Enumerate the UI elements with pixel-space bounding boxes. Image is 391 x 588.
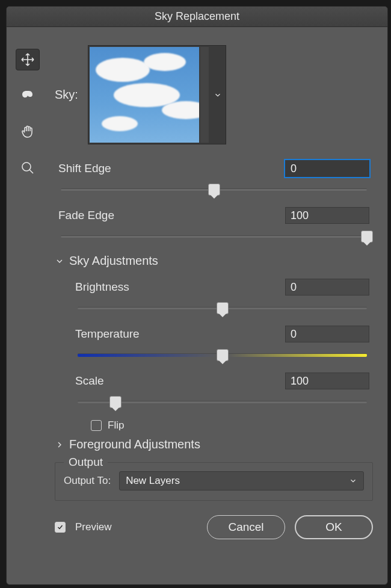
- chevron-down-icon[interactable]: [210, 46, 226, 144]
- titlebar[interactable]: Sky Replacement: [7, 7, 387, 27]
- scale-label: Scale: [75, 374, 104, 388]
- brightness-input[interactable]: [285, 279, 369, 296]
- temperature-label: Temperature: [75, 327, 140, 341]
- output-to-label: Output To:: [64, 475, 111, 487]
- sky-adjustments-label: Sky Adjustments: [69, 254, 158, 268]
- sky-label: Sky:: [55, 88, 78, 102]
- flip-checkbox[interactable]: [91, 420, 102, 431]
- temperature-slider[interactable]: [78, 348, 367, 362]
- flip-label: Flip: [108, 419, 124, 432]
- foreground-adjustments-label: Foreground Adjustments: [69, 438, 200, 451]
- fade-edge-label: Fade Edge: [58, 209, 114, 222]
- hand-tool[interactable]: [16, 121, 40, 143]
- sky-replacement-dialog: Sky Replacement Sky:: [6, 6, 388, 585]
- sky-thumbnail: [90, 47, 199, 143]
- sky-picker-scrollbar[interactable]: [200, 47, 209, 143]
- scale-slider[interactable]: [78, 395, 367, 409]
- fade-edge-input[interactable]: [285, 207, 369, 224]
- brightness-slider[interactable]: [78, 302, 367, 315]
- brush-tool[interactable]: [16, 85, 40, 107]
- temperature-input[interactable]: [285, 326, 369, 342]
- output-to-select[interactable]: New Layers: [119, 471, 364, 491]
- move-tool[interactable]: [16, 49, 40, 70]
- output-legend: Output: [64, 456, 108, 469]
- output-group: Output Output To: New Layers: [55, 462, 373, 501]
- tool-column: [7, 27, 49, 584]
- output-to-value: New Layers: [126, 475, 180, 487]
- svg-point-0: [22, 162, 31, 171]
- shift-edge-input[interactable]: [285, 160, 369, 177]
- fade-edge-slider[interactable]: [61, 230, 367, 243]
- shift-edge-label: Shift Edge: [58, 162, 111, 175]
- scale-input[interactable]: [285, 373, 369, 389]
- sky-picker[interactable]: [88, 45, 226, 144]
- ok-button[interactable]: OK: [295, 515, 373, 539]
- preview-label: Preview: [75, 521, 111, 533]
- zoom-tool[interactable]: [16, 157, 40, 179]
- foreground-adjustments-header[interactable]: Foreground Adjustments: [55, 438, 373, 451]
- window-title: Sky Replacement: [155, 10, 239, 23]
- shift-edge-slider[interactable]: [61, 183, 367, 196]
- brightness-label: Brightness: [75, 280, 129, 294]
- cancel-button[interactable]: Cancel: [207, 515, 285, 539]
- main-panel: Sky: Shi: [49, 27, 387, 584]
- preview-checkbox[interactable]: [55, 522, 66, 533]
- sky-adjustments-header[interactable]: Sky Adjustments: [55, 254, 373, 268]
